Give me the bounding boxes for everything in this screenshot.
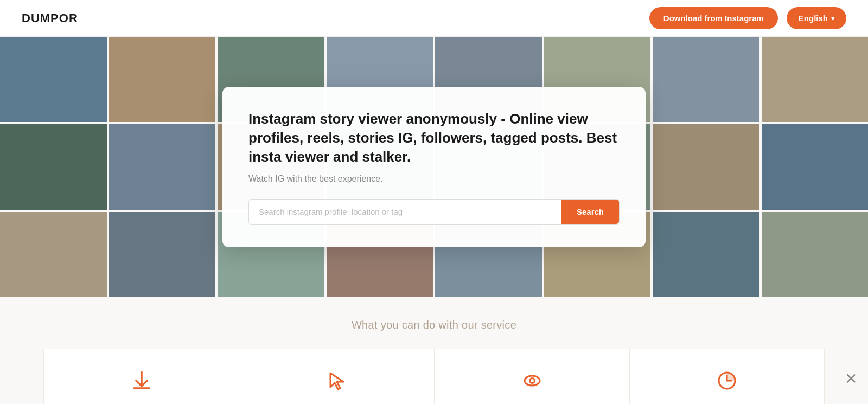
search-row: Search <box>248 199 620 225</box>
svg-point-1 <box>529 379 534 383</box>
cursor-icon <box>325 369 349 396</box>
download-from-instagram-button[interactable]: Download from Instagram <box>649 7 778 29</box>
eye-icon <box>520 369 544 396</box>
services-grid: Download content Browse anonymously Sear… <box>43 349 825 404</box>
services-section-title: What you can do with our service <box>43 319 825 331</box>
svg-point-0 <box>525 376 540 386</box>
hero-title: Instagram story viewer anonymously - Onl… <box>248 110 620 166</box>
hero-section: Instagram story viewer anonymously - Onl… <box>0 37 868 297</box>
language-button[interactable]: English <box>787 7 846 29</box>
service-card-download: Download content <box>43 349 239 404</box>
navbar: DUMPOR Download from Instagram English <box>0 0 868 37</box>
nav-right: Download from Instagram English <box>649 7 846 29</box>
hero-overlay: Instagram story viewer anonymously - Onl… <box>0 37 868 297</box>
hero-card: Instagram story viewer anonymously - Onl… <box>222 87 646 247</box>
service-card-browse: Browse anonymously <box>239 349 434 404</box>
services-section: What you can do with our service Downloa… <box>0 297 868 404</box>
hero-subtitle: Watch IG with the best experience. <box>248 174 620 184</box>
download-icon <box>130 369 154 396</box>
logo: DUMPOR <box>22 11 78 25</box>
service-card-analyze: Analyze it <box>629 349 825 404</box>
clock-icon <box>715 369 739 396</box>
search-input[interactable] <box>249 200 561 224</box>
close-button[interactable]: ✕ <box>845 370 857 388</box>
search-button[interactable]: Search <box>561 200 619 224</box>
service-card-search: Search everything <box>434 349 629 404</box>
